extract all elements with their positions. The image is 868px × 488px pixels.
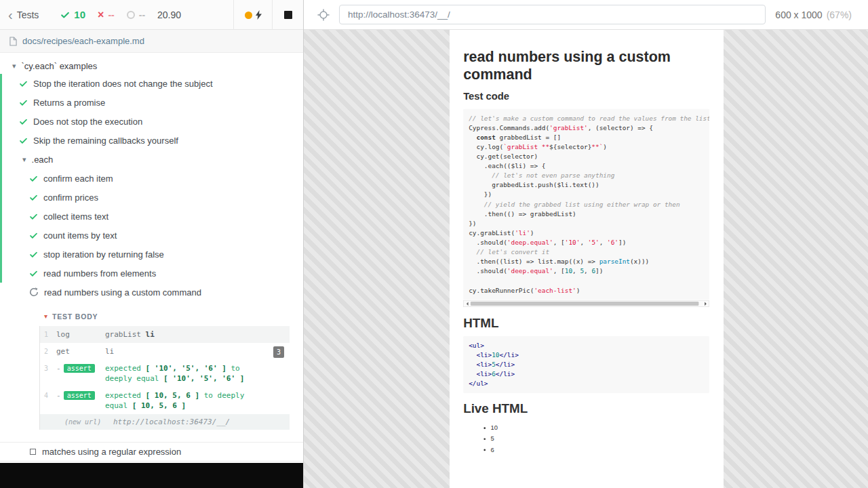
command-rows: 1loggrabList li2getli33-assertexpected [… (40, 326, 290, 414)
check-icon (29, 250, 38, 259)
test-running[interactable]: read numbers using a custom command (0, 283, 303, 302)
test-item-passed[interactable]: count items by text (2, 226, 303, 245)
test-title: read numbers from elements (43, 268, 156, 279)
assert-dash: - (56, 391, 61, 400)
test-title: count items by text (43, 230, 117, 241)
test-title: Does not stop the execution (33, 117, 142, 127)
command-row[interactable]: 4-assertexpected [ 10, 5, 6 ] to deeply … (40, 387, 290, 414)
aut-content: read numbers using a custom command Test… (450, 30, 723, 455)
new-url-value: http://localhost:36473/__/ (113, 418, 230, 426)
scrollbar-thumb[interactable] (471, 302, 698, 306)
stat-passed[interactable]: 10 (60, 9, 85, 20)
command-number: 2 (40, 346, 56, 357)
viewport-size: 600 x 1000 (775, 9, 822, 20)
new-url-row: (new url) http://localhost:36473/__/ (40, 414, 290, 430)
test-item-passed[interactable]: confirm each item (2, 169, 303, 188)
command-message: expected [ 10, 5, 6 ] to deeply equal [ … (105, 390, 262, 411)
code-line: .then((list) => list.map((x) => parseInt… (469, 257, 704, 266)
scroll-right-arrow-icon[interactable] (703, 301, 709, 307)
code-line: const grabbedList = [] (469, 133, 704, 142)
suite-toggle[interactable]: ▾ `cy.each` examples (0, 58, 303, 74)
code-line: .should('deep.equal', [10, 5, 6]) (469, 266, 704, 276)
back-to-tests-button[interactable]: ‹ Tests (0, 8, 44, 22)
command-name: -assert (56, 363, 105, 384)
assert-badge: assert (64, 391, 95, 400)
element-count-badge: 3 (273, 346, 284, 358)
reporter-panel: ‹ Tests 10 × -- -- (0, 0, 304, 488)
toolbar-right-controls (233, 0, 303, 30)
test-item-passed[interactable]: read numbers from elements (2, 264, 303, 283)
selector-playground-icon[interactable] (317, 9, 330, 21)
spec-file-bar: docs/recipes/each-example.md (0, 30, 303, 53)
code-line: <ul> (469, 341, 704, 350)
test-title: collect items text (43, 211, 108, 222)
test-list: ▾ `cy.each` examples Stop the iteration … (0, 53, 303, 488)
aut-html-heading: HTML (463, 315, 709, 331)
test-title: Skip the remaining callbacks yourself (33, 136, 178, 146)
command-row[interactable]: 1loggrabList li (40, 326, 290, 343)
test-item-passed[interactable]: Stop the iteration does not change the s… (2, 74, 303, 93)
test-title: confirm prices (43, 192, 98, 203)
aut-url: http://localhost:36473/__/ (348, 9, 450, 20)
test-item-passed[interactable]: confirm prices (2, 188, 303, 207)
live-list-item: 6 (490, 444, 709, 455)
horizontal-scrollbar[interactable] (463, 300, 709, 307)
running-test-title: read numbers using a custom command (44, 287, 201, 298)
stat-duration: 20.90 (157, 9, 181, 20)
runner-stage-column: http://localhost:36473/__/ 600 x 1000 (6… (304, 0, 868, 488)
test-item-passed[interactable]: Returns a promise (2, 93, 303, 112)
spinner-icon (29, 287, 39, 297)
check-icon (19, 79, 28, 88)
chevron-down-icon: ▾ (44, 313, 47, 320)
spec-file-link[interactable]: docs/recipes/each-example.md (22, 36, 144, 46)
test-item-passed[interactable]: Skip the remaining callbacks yourself (2, 131, 303, 150)
check-icon (19, 136, 28, 145)
command-number: 3 (40, 363, 56, 384)
test-code-block: // let's make a custom command to read t… (463, 109, 709, 300)
command-message: li (105, 346, 262, 357)
chevron-down-icon: ▾ (12, 62, 16, 70)
reporter-footer (0, 463, 303, 488)
assert-badge: assert (64, 364, 95, 373)
new-url-label: (new url) (64, 418, 113, 426)
code-line: grabbedList.push($li.text()) (469, 180, 704, 190)
aut-stage: read numbers using a custom command Test… (304, 30, 868, 488)
x-icon: × (98, 9, 104, 20)
aut-url-bar[interactable]: http://localhost:36473/__/ (339, 5, 766, 24)
pending-count: -- (139, 9, 145, 20)
check-icon (29, 193, 38, 202)
test-body-toggle[interactable]: ▾ TEST BODY (0, 302, 303, 325)
stat-pending[interactable]: -- (127, 9, 145, 20)
aut-title: read numbers using a custom command (463, 48, 677, 83)
command-row[interactable]: 2getli3 (40, 343, 290, 360)
test-item-passed[interactable]: Does not stop the execution (2, 112, 303, 131)
test-title: stop iteration by returning false (43, 249, 164, 260)
failed-count: -- (108, 9, 114, 20)
command-message: grabList li (105, 329, 262, 340)
test-stats: 10 × -- -- 20.90 (60, 9, 181, 20)
code-line: }) (469, 190, 704, 199)
code-line: .should('deep.equal', ['10', '5', '6']) (469, 238, 704, 247)
stat-failed[interactable]: × -- (98, 9, 115, 20)
aut-live-html-heading: Live HTML (463, 401, 709, 417)
scroll-left-arrow-icon[interactable] (464, 301, 470, 307)
subsuite-toggle[interactable]: ▾.each (2, 150, 303, 169)
code-line: }) (469, 219, 704, 228)
orange-dot-icon (245, 12, 252, 19)
test-pending[interactable]: matches using a regular expression (0, 443, 303, 461)
test-body-label: TEST BODY (52, 312, 98, 321)
test-item-passed[interactable]: stop iteration by returning false (2, 245, 303, 264)
square-icon (30, 449, 36, 455)
reporter-toolbar: ‹ Tests 10 × -- -- (0, 0, 303, 30)
divider (0, 461, 303, 462)
html-code-block: <ul> <li>10</li> <li>5</li> <li>6</li></… (463, 336, 709, 393)
back-label: Tests (17, 9, 39, 20)
test-item-passed[interactable]: collect items text (2, 207, 303, 226)
assert-dash: - (56, 364, 61, 373)
stop-button[interactable] (273, 0, 303, 30)
command-log: 1loggrabList li2getli33-assertexpected [… (39, 326, 290, 430)
chevron-down-icon: ▾ (22, 156, 26, 163)
command-row[interactable]: 3-assertexpected [ '10', '5', '6' ] to d… (40, 360, 290, 387)
code-line: cy.log(`grabList **${selector}**`) (469, 142, 704, 152)
auto-scroll-toggle[interactable] (234, 0, 272, 30)
